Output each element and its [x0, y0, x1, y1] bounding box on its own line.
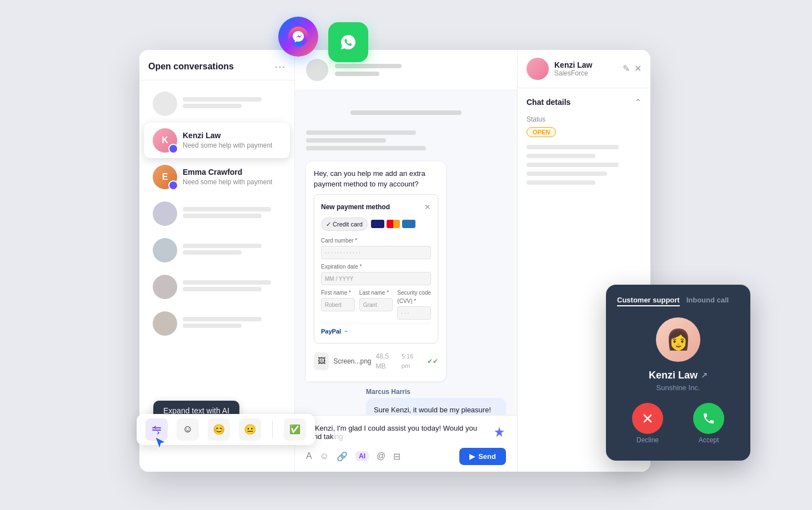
last-name-label: Last name * — [359, 289, 393, 297]
tab-inbound-call[interactable]: Inbound call — [686, 296, 729, 306]
message-received-payment: Hey, can you help me add an extra paymen… — [306, 161, 446, 381]
input-area: Hi Kenzi, I'm glad I could assist you to… — [295, 415, 517, 472]
contact-platform: SalesForce — [554, 69, 592, 77]
collapse-icon[interactable]: ⌃ — [634, 97, 641, 108]
edit-icon[interactable]: ✎ — [623, 63, 630, 74]
svg-rect-5 — [152, 427, 161, 428]
sender-name: Marcus Harris — [366, 388, 506, 396]
right-panel-header: Kenzi Law SalesForce ✎ ✕ — [518, 50, 650, 88]
mastercard-logo — [387, 220, 400, 228]
messages-area: Hey, can you help me add an extra paymen… — [295, 90, 517, 415]
conversation-item-emma[interactable]: E Emma Crawford Need some help with paym… — [144, 159, 290, 195]
detail-skeleton-1 — [527, 145, 619, 149]
text-format-icon[interactable]: A — [306, 451, 312, 461]
detail-skeleton-5 — [527, 180, 595, 185]
ai-icon[interactable]: AI — [355, 451, 369, 461]
emoji-picker-2-button[interactable]: 😊 — [208, 418, 230, 441]
credit-card-tab[interactable]: ✓ Credit card — [321, 218, 368, 231]
conv-info-kenzi: Kenzi Law Need some help with payment — [183, 131, 281, 149]
external-link-icon[interactable]: ↗ — [701, 371, 708, 380]
msg-time: 5:16 pm — [402, 352, 420, 370]
first-name-label: First name * — [321, 289, 355, 297]
status-label: Status — [527, 115, 641, 123]
amex-logo — [402, 220, 415, 228]
svg-rect-6 — [152, 430, 161, 431]
svg-point-2 — [171, 146, 176, 152]
mention-icon[interactable]: @ — [377, 451, 385, 461]
file-size: 48,5 MB — [376, 351, 397, 371]
ai-suggestion-text: ing — [333, 432, 343, 441]
call-tabs: Customer support Inbound call — [617, 296, 739, 306]
panel-actions: ✎ ✕ — [623, 63, 641, 74]
file-icon: 🖼 — [314, 352, 329, 370]
expiration-label: Expiration date * — [321, 262, 431, 271]
list-item[interactable] — [144, 196, 290, 231]
detail-skeleton-4 — [527, 171, 607, 176]
card-number-input[interactable]: · · · · · · · · · · · · — [321, 246, 431, 259]
divider — [272, 421, 273, 438]
contact-avatar — [527, 58, 549, 80]
expiration-input[interactable]: MM / YYYY — [321, 272, 431, 285]
contact-info: Kenzi Law SalesForce — [554, 60, 592, 77]
cvv-label: Security code (CVV) * — [397, 289, 431, 305]
emoji-picker-3-button[interactable]: 😐 — [239, 418, 261, 441]
svg-text:~: ~ — [344, 329, 348, 335]
cvv-input[interactable]: · · · — [397, 306, 431, 320]
tab-customer-support[interactable]: Customer support — [617, 296, 680, 306]
detail-skeleton-2 — [527, 154, 595, 158]
list-item[interactable] — [144, 269, 290, 305]
send-button[interactable]: ▶ Send — [459, 448, 506, 465]
messenger-icon — [278, 17, 318, 57]
send-icon: ▶ — [469, 452, 475, 461]
read-receipt: ✔✔ — [427, 356, 438, 366]
last-name-input[interactable]: Grant — [359, 298, 393, 311]
emoji-picker-button[interactable]: ☺ — [177, 418, 199, 441]
call-actions: Decline Accept — [617, 403, 739, 444]
message-input[interactable]: Hi Kenzi, I'm glad I could assist you to… — [306, 424, 488, 441]
caller-company: Sunshine Inc. — [617, 383, 739, 392]
message-sent-marcus1: Marcus Harris Sure Kenzi, it would be my… — [366, 388, 506, 415]
status-badge: OPEN — [527, 127, 556, 137]
caller-name: Kenzi Law ↗ — [617, 370, 739, 381]
first-name-input[interactable]: Robert — [321, 298, 355, 311]
conversation-item-kenzi[interactable]: K Kenzi Law Need some help with payment — [144, 123, 290, 158]
decline-action: Decline — [632, 403, 663, 444]
chat-details-header: Chat details ⌃ — [527, 97, 641, 108]
visa-logo — [371, 220, 384, 228]
chat-details-title: Chat details — [527, 98, 570, 107]
input-toolbar: A ☺ 🔗 AI @ ⊟ ▶ Send — [306, 448, 506, 465]
decline-label: Decline — [636, 436, 659, 444]
list-item[interactable] — [144, 86, 290, 122]
close-icon[interactable]: ✕ — [424, 201, 431, 213]
chat-date-divider — [306, 102, 506, 124]
ai-sparkle-icon — [493, 426, 506, 439]
payment-card-title: New payment method — [321, 202, 390, 212]
call-panel: Customer support Inbound call 👩 Kenzi La… — [606, 285, 750, 461]
chat-area: Hey, can you help me add an extra paymen… — [295, 50, 517, 472]
paypal-option: PayPal ~ — [321, 323, 431, 336]
caller-avatar: 👩 — [656, 317, 700, 362]
conv-preview-emma: Need some help with payment — [183, 178, 281, 186]
attachment-icon[interactable]: 🔗 — [337, 451, 348, 462]
close-icon[interactable]: ✕ — [634, 63, 641, 74]
accept-label: Accept — [699, 436, 719, 444]
decline-button[interactable] — [632, 403, 663, 434]
checklist-button[interactable]: ✅ — [284, 418, 306, 441]
message-input-row: Hi Kenzi, I'm glad I could assist you to… — [306, 422, 506, 442]
file-name: Screen...png — [333, 356, 371, 366]
sidebar-title: Open conversations — [148, 62, 234, 72]
sidebar-header: Open conversations ⋯ — [139, 50, 294, 80]
emoji-icon[interactable]: ☺ — [320, 451, 329, 461]
card-number-label: Card number * — [321, 236, 431, 245]
conv-name-kenzi: Kenzi Law — [183, 131, 281, 140]
whatsapp-icon — [328, 22, 368, 62]
contact-name: Kenzi Law — [554, 60, 592, 69]
chat-header — [295, 50, 517, 90]
svg-point-3 — [171, 183, 176, 188]
list-item[interactable] — [144, 233, 290, 268]
template-icon[interactable]: ⊟ — [393, 451, 400, 462]
accept-button[interactable] — [693, 403, 724, 434]
more-options-icon[interactable]: ⋯ — [274, 60, 285, 73]
message-draft-text: Hi Kenzi, I'm glad I could assist you to… — [306, 424, 477, 441]
list-item[interactable] — [144, 306, 290, 341]
